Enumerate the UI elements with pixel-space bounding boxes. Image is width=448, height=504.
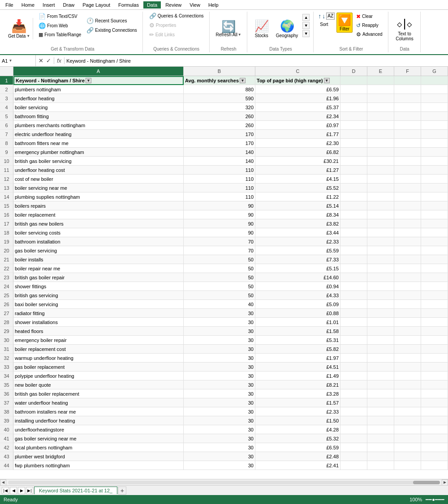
cell-searches[interactable]: 30 bbox=[184, 372, 255, 380]
cell-f[interactable] bbox=[394, 94, 421, 103]
col-header-e[interactable]: E bbox=[367, 67, 394, 76]
header-cell-g[interactable] bbox=[421, 76, 448, 85]
cell-searches[interactable]: 320 bbox=[184, 103, 255, 112]
cell-keyword[interactable]: local plumbers nottingham bbox=[13, 443, 184, 452]
cell-searches[interactable]: 50 bbox=[184, 273, 255, 282]
col-header-g[interactable]: G bbox=[421, 67, 448, 76]
cell-d[interactable] bbox=[340, 166, 367, 175]
cell-g[interactable] bbox=[421, 282, 448, 291]
cell-bid[interactable]: £2.30 bbox=[255, 139, 340, 148]
cell-keyword[interactable]: bathroom fitting bbox=[13, 112, 184, 121]
cell-e[interactable] bbox=[367, 389, 394, 398]
cell-g[interactable] bbox=[421, 363, 448, 372]
from-table-button[interactable]: ▦ From Table/Range bbox=[37, 31, 83, 38]
cell-keyword[interactable]: british gas new boilers bbox=[13, 219, 184, 228]
cell-searches[interactable]: 30 bbox=[184, 336, 255, 345]
cell-searches[interactable]: 170 bbox=[184, 139, 255, 148]
cell-bid[interactable]: £2.33 bbox=[255, 407, 340, 416]
cell-g[interactable] bbox=[421, 201, 448, 210]
clear-button[interactable]: ✖ Clear bbox=[354, 13, 384, 21]
cell-e[interactable] bbox=[367, 130, 394, 139]
cell-keyword[interactable]: british gas servicing bbox=[13, 291, 184, 300]
cell-f[interactable] bbox=[394, 407, 421, 416]
cell-e[interactable] bbox=[367, 407, 394, 416]
header-cell-b[interactable]: Avg. monthly searches ▼ bbox=[184, 76, 255, 85]
row-number[interactable]: 32 bbox=[0, 354, 13, 363]
cell-e[interactable] bbox=[367, 318, 394, 327]
row-number[interactable]: 15 bbox=[0, 201, 13, 210]
row-number[interactable]: 11 bbox=[0, 166, 13, 175]
cell-bid[interactable]: £5.82 bbox=[255, 345, 340, 354]
cell-f[interactable] bbox=[394, 255, 421, 264]
row-number[interactable]: 29 bbox=[0, 327, 13, 336]
cell-keyword[interactable]: bathroom installation bbox=[13, 237, 184, 246]
filter-dropdown-c[interactable]: ▼ bbox=[324, 78, 330, 83]
cell-e[interactable] bbox=[367, 121, 394, 130]
cell-searches[interactable]: 260 bbox=[184, 121, 255, 130]
cell-f[interactable] bbox=[394, 461, 421, 470]
cell-bid[interactable]: £1.58 bbox=[255, 327, 340, 336]
cell-g[interactable] bbox=[421, 345, 448, 354]
cell-bid[interactable]: £5.31 bbox=[255, 336, 340, 345]
filter-dropdown-a[interactable]: ▼ bbox=[86, 78, 91, 83]
cell-e[interactable] bbox=[367, 354, 394, 363]
cell-bid[interactable]: £1.27 bbox=[255, 166, 340, 175]
sheet-nav-first[interactable]: |◀ bbox=[2, 487, 9, 494]
sheet-tab-active[interactable]: Keyword Stats 2021-01-21 at 12_ bbox=[34, 487, 117, 494]
cell-keyword[interactable]: shower installations bbox=[13, 318, 184, 327]
cell-searches[interactable]: 110 bbox=[184, 192, 255, 201]
cell-e[interactable] bbox=[367, 139, 394, 148]
cell-f[interactable] bbox=[394, 443, 421, 452]
cell-e[interactable] bbox=[367, 363, 394, 372]
cell-keyword[interactable]: boilers repairs bbox=[13, 201, 184, 210]
cell-bid[interactable]: £2.48 bbox=[255, 452, 340, 461]
cell-keyword[interactable]: water underfloor heating bbox=[13, 398, 184, 407]
cell-bid[interactable]: £3.44 bbox=[255, 228, 340, 237]
data-types-expand-button[interactable]: ▼ bbox=[302, 30, 310, 37]
cell-bid[interactable]: £5.52 bbox=[255, 184, 340, 192]
cell-f[interactable] bbox=[394, 192, 421, 201]
cell-g[interactable] bbox=[421, 255, 448, 264]
cell-e[interactable] bbox=[367, 228, 394, 237]
cell-keyword[interactable]: british gas boiler servicing bbox=[13, 157, 184, 166]
cell-g[interactable] bbox=[421, 219, 448, 228]
scroll-left-button[interactable]: ◀ bbox=[0, 479, 6, 486]
cell-f[interactable] bbox=[394, 273, 421, 282]
refresh-arrow[interactable]: ▼ bbox=[238, 33, 241, 37]
cell-d[interactable] bbox=[340, 389, 367, 398]
cell-keyword[interactable]: heated floors bbox=[13, 327, 184, 336]
cell-f[interactable] bbox=[394, 318, 421, 327]
cell-d[interactable] bbox=[340, 121, 367, 130]
row-number[interactable]: 40 bbox=[0, 425, 13, 434]
row-number[interactable]: 39 bbox=[0, 416, 13, 425]
cell-bid[interactable]: £5.37 bbox=[255, 103, 340, 112]
row-number[interactable]: 35 bbox=[0, 380, 13, 389]
cell-bid[interactable]: £5.15 bbox=[255, 264, 340, 273]
cell-g[interactable] bbox=[421, 175, 448, 184]
cell-g[interactable] bbox=[421, 443, 448, 452]
cell-keyword[interactable]: underfloor heating bbox=[13, 94, 184, 103]
row-number[interactable]: 12 bbox=[0, 175, 13, 184]
cell-d[interactable] bbox=[340, 282, 367, 291]
cell-searches[interactable]: 30 bbox=[184, 380, 255, 389]
cell-f[interactable] bbox=[394, 184, 421, 192]
row-number[interactable]: 4 bbox=[0, 103, 13, 112]
cell-g[interactable] bbox=[421, 166, 448, 175]
scroll-thumb[interactable] bbox=[413, 481, 440, 484]
cell-keyword[interactable]: shower fittings bbox=[13, 282, 184, 291]
cell-f[interactable] bbox=[394, 300, 421, 309]
cell-d[interactable] bbox=[340, 184, 367, 192]
cell-f[interactable] bbox=[394, 201, 421, 210]
cell-searches[interactable]: 140 bbox=[184, 157, 255, 166]
cell-g[interactable] bbox=[421, 461, 448, 470]
cell-d[interactable] bbox=[340, 309, 367, 318]
cell-d[interactable] bbox=[340, 85, 367, 94]
cell-f[interactable] bbox=[394, 157, 421, 166]
cell-g[interactable] bbox=[421, 318, 448, 327]
data-types-up-button[interactable]: ▲ bbox=[302, 14, 310, 21]
cell-keyword[interactable]: radiator fitting bbox=[13, 309, 184, 318]
cell-bid[interactable]: £7.33 bbox=[255, 255, 340, 264]
cell-searches[interactable]: 30 bbox=[184, 398, 255, 407]
cell-keyword[interactable]: bathroom installers near me bbox=[13, 407, 184, 416]
cell-searches[interactable]: 50 bbox=[184, 282, 255, 291]
